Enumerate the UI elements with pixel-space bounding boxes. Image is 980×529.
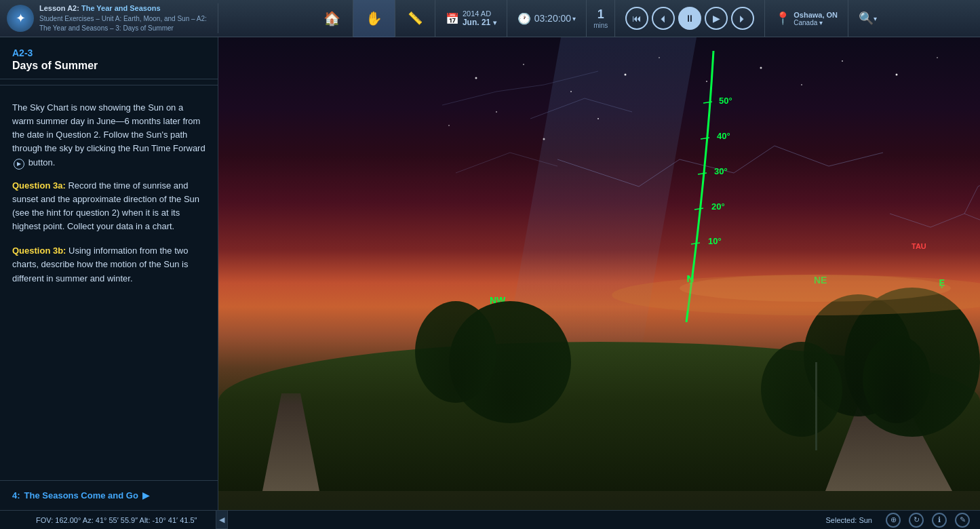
left-panel: A2-3 Days of Summer The Sky Chart is now… <box>0 37 218 510</box>
hand-icon: ✋ <box>366 10 383 26</box>
date-section[interactable]: 📅 2014 AD Jun. 21 ▾ <box>435 0 507 37</box>
timestep-section: 1 mins <box>587 0 615 37</box>
breadcrumb-lesson-label: Lesson A2: The Year and Seasons <box>39 3 211 14</box>
date-year: 2014 AD <box>463 9 496 18</box>
location-country: Canada ▾ <box>793 19 838 26</box>
clock-icon: 🕐 <box>517 12 531 25</box>
time-section[interactable]: 🕐 03:20:00 ▾ <box>507 0 587 37</box>
ruler-button[interactable]: 📏 <box>395 0 435 37</box>
next-lesson-nav[interactable]: 4: The Seasons Come and Go ▶ <box>0 480 218 510</box>
play-icon: ▶ <box>713 13 720 24</box>
date-day: Jun. 21 ▾ <box>463 18 496 27</box>
fov-info: FOV: 162.00° Az: 41° 55′ 55.9″ Alt: -10°… <box>36 516 826 524</box>
info-icon: ℹ <box>938 515 941 524</box>
taurus-label: TAU <box>912 242 926 250</box>
pointer-button[interactable]: ✋ <box>353 0 395 37</box>
next-lesson-title: The Seasons Come and Go <box>24 490 138 501</box>
breadcrumb-area: Lesson A2: The Year and Seasons Student … <box>39 3 211 33</box>
lesson-header: A2-3 Days of Summer <box>0 37 218 79</box>
step-forward-button[interactable]: ⏵ <box>731 7 754 30</box>
home-button[interactable]: 🏠 <box>311 0 353 37</box>
body-text: The Sky Chart is now showing the Sun on … <box>12 101 205 170</box>
compass-n: N͎ <box>686 273 694 284</box>
next-lesson-link[interactable]: 4: The Seasons Come and Go ▶ <box>12 490 205 501</box>
pause-icon: ⏸ <box>685 13 694 24</box>
skip-back-button[interactable]: ⏮ <box>625 7 648 30</box>
question-3a-block: Question 3a: Record the time of sunrise … <box>12 179 205 234</box>
main-area: A2-3 Days of Summer The Sky Chart is now… <box>0 37 980 510</box>
edit-button[interactable]: ✎ <box>955 513 970 528</box>
status-bar: ◀ FOV: 162.00° Az: 41° 55′ 55.9″ Alt: -1… <box>0 510 980 529</box>
location-globe-button[interactable]: ⊕ <box>886 513 901 528</box>
home-icon: 🏠 <box>324 10 340 26</box>
play-inline-icon: ▶ <box>14 159 24 170</box>
search-icon: 🔍 <box>859 11 874 26</box>
step-back-button[interactable]: ⏴ <box>652 7 675 30</box>
selected-info: Selected: Sun <box>826 516 873 524</box>
sky-view[interactable]: 50° 40° 30° 20° 10° NW N͎ NE E͎ SE <box>218 37 980 510</box>
next-arrow-icon: ▶ <box>142 490 149 501</box>
collapse-icon: ◀ <box>219 515 224 524</box>
breadcrumb-path: Student Exercises – Unit A: Earth, Moon,… <box>39 14 211 33</box>
status-bar-icons: ⊕ ↻ ℹ ✎ <box>886 513 970 528</box>
panel-collapse-button[interactable]: ◀ <box>216 510 228 529</box>
edit-icon: ✎ <box>960 515 966 524</box>
lesson-content: The Sky Chart is now showing the Sun on … <box>0 91 218 480</box>
location-icon: 📍 <box>775 11 790 26</box>
q3b-label: Question 3b: <box>12 246 66 256</box>
landscape <box>218 315 980 491</box>
search-section[interactable]: 🔍 ▾ <box>848 0 887 37</box>
lesson-id: A2-3 <box>12 47 205 58</box>
toolbar-left: ✦ Lesson A2: The Year and Seasons Studen… <box>0 3 218 33</box>
sky-canvas: 50° 40° 30° 20° 10° NW N͎ NE E͎ SE <box>218 37 980 510</box>
info-button[interactable]: ℹ <box>932 513 947 528</box>
timestep-unit: mins <box>593 22 608 29</box>
compass-e: E͎ <box>939 277 945 288</box>
rotate-icon: ↻ <box>914 515 920 524</box>
compass-ne: NE <box>814 275 827 286</box>
pause-button[interactable]: ⏸ <box>678 7 701 30</box>
next-lesson-num: 4: <box>12 490 20 501</box>
rotate-button[interactable]: ↻ <box>909 513 924 528</box>
playback-section: ⏮ ⏴ ⏸ ▶ ⏵ <box>615 0 765 37</box>
play-button[interactable]: ▶ <box>705 7 728 30</box>
q3a-label: Question 3a: <box>12 180 66 191</box>
app-logo: ✦ <box>7 5 34 32</box>
globe-icon: ⊕ <box>890 515 897 524</box>
timestep-value: 1 <box>597 7 604 22</box>
toolbar-center: 🏠 ✋ 📏 📅 2014 AD Jun. 21 ▾ <box>218 0 980 37</box>
step-forward-icon: ⏵ <box>738 13 747 24</box>
calendar-icon: 📅 <box>446 12 459 25</box>
step-back-icon: ⏴ <box>659 13 668 24</box>
lesson-day-title: Days of Summer <box>12 60 205 72</box>
location-section[interactable]: 📍 Oshawa, ON Canada ▾ <box>765 0 848 37</box>
question-3b-block: Question 3b: Using information from the … <box>12 244 205 285</box>
skip-back-icon: ⏮ <box>632 13 642 24</box>
ruler-icon: 📏 <box>408 11 423 26</box>
toolbar: ✦ Lesson A2: The Year and Seasons Studen… <box>0 0 980 37</box>
time-value: 03:20:00 <box>534 13 572 24</box>
location-city: Oshawa, ON <box>793 11 838 19</box>
